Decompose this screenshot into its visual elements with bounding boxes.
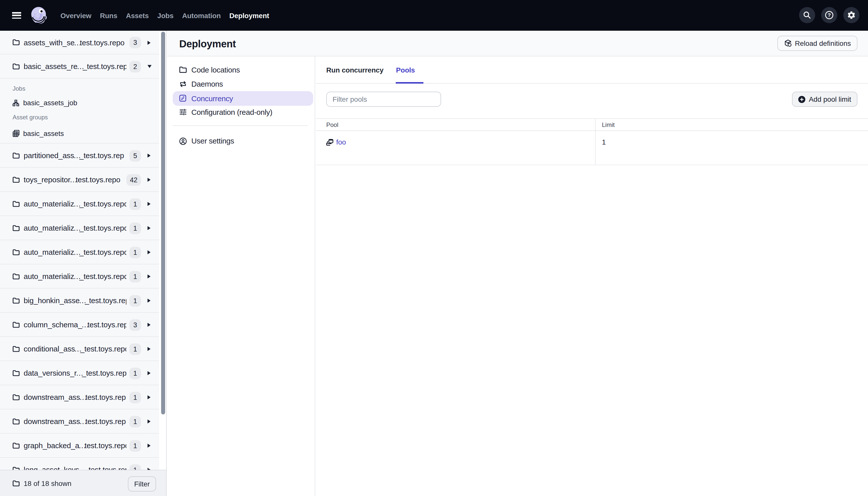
svg-text:?: ?	[828, 12, 831, 18]
